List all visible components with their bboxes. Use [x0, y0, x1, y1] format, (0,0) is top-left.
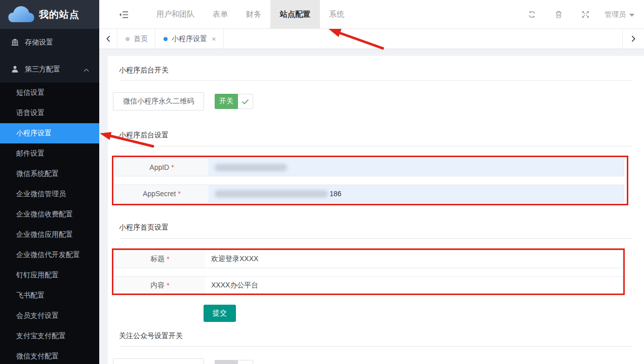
tab-bar: 首页 小程序设置 ×: [99, 29, 644, 49]
content-label: 内容*: [115, 277, 205, 294]
app-window: 我的站点 存储设置 第三方配置: [0, 0, 644, 364]
sidebar-item-wechat-system[interactable]: 微信系统配置: [0, 164, 99, 184]
appsecret-visible-suffix: 186: [330, 190, 341, 198]
appsecret-label: AppSecret*: [115, 185, 209, 202]
top-nav-items: 用户和团队 表单 财务 站点配置 系统: [147, 0, 353, 29]
required-asterisk: *: [178, 190, 180, 198]
divider: [119, 238, 633, 239]
sidebar-item-member-pay[interactable]: 会员支付设置: [0, 306, 99, 326]
required-asterisk: *: [167, 255, 169, 263]
required-asterisk: *: [167, 281, 169, 289]
sidebar-item-sms[interactable]: 短信设置: [0, 83, 99, 103]
nav-item-system[interactable]: 系统: [320, 0, 353, 29]
masked-value: [215, 190, 328, 198]
brand-title: 我的站点: [39, 8, 79, 21]
appsecret-row: AppSecret* 186: [114, 185, 624, 203]
section-title-backend-switch: 小程序后台开关: [108, 56, 644, 80]
appid-row: AppID*: [114, 158, 624, 176]
tab-dot: [126, 37, 130, 41]
switch-label: [215, 360, 238, 364]
sidebar-item-feishu[interactable]: 飞书配置: [0, 285, 99, 306]
sidebar-item-label: 第三方配置: [25, 65, 84, 74]
switch-box: [238, 360, 253, 364]
title-row: 标题* 欢迎登录XXXX: [114, 250, 623, 268]
required-asterisk: *: [171, 163, 174, 171]
tab-miniprogram-settings[interactable]: 小程序设置 ×: [155, 29, 224, 49]
sidebar-item-thirdparty[interactable]: 第三方配置: [0, 56, 99, 83]
tab-dot: [164, 37, 168, 41]
nav-item-site-config[interactable]: 站点配置: [270, 0, 320, 29]
tab-label: 小程序设置: [172, 34, 207, 44]
section-title-official-account-switch: 关注公众号设置开关: [108, 322, 644, 346]
divider: [119, 146, 633, 147]
sidebar-item-voice[interactable]: 语音设置: [0, 103, 99, 123]
chevron-left-icon[interactable]: [99, 29, 117, 49]
content-field[interactable]: XXXX办公平台: [205, 277, 622, 294]
sidebar-item-miniprogram[interactable]: 小程序设置: [0, 123, 99, 143]
nav-item-forms[interactable]: 表单: [204, 0, 237, 29]
nav-item-finance[interactable]: 财务: [237, 0, 270, 29]
close-icon[interactable]: ×: [212, 35, 216, 43]
appid-field[interactable]: [209, 159, 624, 176]
settings-panel: 小程序后台开关 微信小程序永久二维码 开关 小程序后台设置 AppID*: [108, 56, 644, 364]
sidebar-item-alipay[interactable]: 支付宝支付配置: [0, 326, 99, 346]
tab-label: 首页: [134, 34, 148, 44]
content-area: 小程序后台开关 微信小程序永久二维码 开关 小程序后台设置 AppID*: [99, 49, 644, 364]
sidebar-item-dingtalk[interactable]: 钉钉应用配置: [0, 265, 99, 285]
sidebar-item-wecom-admin[interactable]: 企业微信管理员: [0, 184, 99, 204]
sidebar-item-wecom-app[interactable]: 企业微信应用配置: [0, 225, 99, 245]
refresh-icon[interactable]: [528, 11, 536, 19]
user-label: 管理员: [605, 10, 626, 19]
person-icon: [11, 65, 19, 74]
official-account-switch-row: [113, 358, 644, 364]
appsecret-field[interactable]: 186: [209, 185, 624, 202]
user-menu[interactable]: 管理员: [605, 10, 634, 19]
chevron-up-icon: [84, 65, 89, 74]
tab-home[interactable]: 首页: [117, 29, 155, 49]
backend-switch-row: 微信小程序永久二维码 开关: [113, 92, 644, 111]
cloud-logo-icon: [8, 4, 34, 25]
backend-settings-form: AppID* AppSecret* 186: [114, 158, 624, 203]
divider: [119, 346, 633, 347]
sidebar-item-wecom-dev[interactable]: 企业微信代开发配置: [0, 245, 99, 265]
bank-icon: [11, 39, 19, 47]
chevron-down-icon: [629, 14, 634, 17]
check-icon: [238, 94, 253, 109]
section-title-homepage-settings: 小程序首页设置: [108, 203, 644, 238]
sidebar-item-label: 存储设置: [25, 38, 89, 47]
brand[interactable]: 我的站点: [0, 0, 99, 29]
switch-toggle-off[interactable]: [215, 360, 253, 364]
trash-icon[interactable]: [554, 11, 562, 19]
title-label: 标题*: [115, 250, 205, 268]
fullscreen-icon[interactable]: [581, 11, 589, 19]
homepage-settings-form: 标题* 欢迎登录XXXX 内容* XXXX办公平台: [114, 250, 623, 295]
switch-label: 开关: [215, 94, 238, 109]
sidebar-item-wechat-pay[interactable]: 微信支付配置: [0, 346, 99, 364]
submit-button[interactable]: 提交: [204, 305, 236, 322]
nav-item-users-teams[interactable]: 用户和团队: [147, 0, 204, 29]
qr-code-button[interactable]: 微信小程序永久二维码: [113, 92, 204, 111]
appid-label: AppID*: [115, 159, 209, 176]
masked-value: [215, 164, 287, 171]
content-row: 内容* XXXX办公平台: [114, 276, 623, 295]
divider: [119, 80, 633, 81]
sidebar-submenu: 短信设置 语音设置 小程序设置 邮件设置 微信系统配置 企业微信管理员 企业微信…: [0, 83, 99, 364]
section-title-backend-settings: 小程序后台设置: [108, 111, 644, 146]
top-navbar: 用户和团队 表单 财务 站点配置 系统: [99, 0, 644, 29]
sidebar-item-wecom-billing[interactable]: 企业微信收费配置: [0, 204, 99, 225]
sidebar-item-mail[interactable]: 邮件设置: [0, 143, 99, 164]
switch-toggle-on[interactable]: 开关: [215, 94, 253, 109]
title-field[interactable]: 欢迎登录XXXX: [205, 250, 622, 268]
navbar-actions: 管理员: [509, 0, 644, 29]
official-account-button[interactable]: [113, 358, 204, 364]
menu-fold-icon[interactable]: [117, 9, 130, 21]
chevron-right-icon[interactable]: [622, 29, 644, 49]
sidebar-item-storage[interactable]: 存储设置: [0, 29, 99, 56]
sidebar: 我的站点 存储设置 第三方配置: [0, 0, 99, 364]
